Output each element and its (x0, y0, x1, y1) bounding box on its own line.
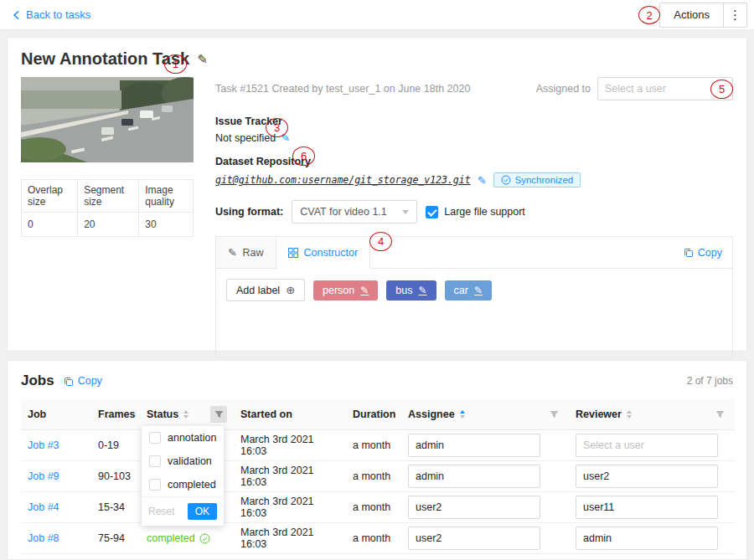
back-to-tasks-link[interactable]: Back to tasks (12, 8, 90, 21)
issue-tracker-label: Issue Tracker (215, 116, 733, 127)
reviewer-cell-input[interactable] (576, 496, 718, 519)
param-header-quality: Image quality (139, 180, 194, 213)
duration-cell: a month (346, 461, 401, 492)
filter-option-validation[interactable]: validation (142, 450, 224, 473)
edit-repository-icon[interactable]: ✎ (478, 174, 487, 187)
started-cell: March 3rd 2021 16:03 (234, 430, 346, 461)
completed-status-icon (199, 533, 210, 544)
status-cell: completed (140, 523, 234, 554)
col-header-assignee[interactable]: Assignee (401, 399, 569, 430)
col-header-reviewer[interactable]: Reviewer (569, 399, 735, 430)
sort-icon[interactable] (183, 410, 188, 419)
table-row: Job #3 0-19 March 3rd 2021 16:03 a month (21, 430, 735, 461)
filter-option-annotation[interactable]: annotation (142, 426, 224, 450)
check-circle-icon (501, 175, 511, 185)
label-chip-bus[interactable]: bus ✎ (386, 280, 436, 301)
col-header-started: Started on (234, 399, 346, 430)
label-chip-person[interactable]: person ✎ (313, 280, 378, 301)
param-value-overlap: 0 (22, 213, 78, 237)
label-chip-car[interactable]: car ✎ (445, 280, 492, 301)
table-row: Job #8 75-94 completed March 3rd 2021 16… (21, 523, 735, 554)
annotation-marker-2: 2 (638, 6, 660, 24)
filter-option-completed[interactable]: completed (142, 473, 224, 496)
copy-icon (683, 247, 694, 258)
using-format-label: Using format: (215, 206, 283, 218)
edit-label-icon[interactable]: ✎ (360, 285, 369, 296)
duration-cell: a month (346, 492, 401, 523)
repository-url[interactable]: git@github.com:username/git_storage_v123… (215, 174, 471, 186)
param-header-overlap: Overlap size (22, 180, 78, 213)
assigned-to-label: Assigned to (536, 83, 591, 95)
status-filter-dropdown: annotation validation completed Reset OK (142, 426, 224, 526)
labels-editor: ✎ Raw Constructor Copy Add label (215, 236, 733, 358)
task-preview-image (21, 77, 194, 162)
assignee-cell-input[interactable] (408, 465, 540, 488)
col-header-duration: Duration (346, 399, 401, 430)
actions-label[interactable]: Actions (660, 3, 723, 27)
annotation-marker-3: 3 (266, 118, 288, 137)
edit-label-icon[interactable]: ✎ (474, 285, 483, 296)
sort-icon[interactable] (627, 410, 632, 419)
annotation-marker-5: 5 (710, 80, 733, 99)
tab-raw[interactable]: ✎ Raw (216, 237, 276, 268)
copy-icon (63, 376, 74, 387)
assignee-cell-input[interactable] (408, 527, 540, 550)
annotation-marker-6: 6 (292, 146, 315, 166)
more-actions-icon[interactable]: ⋮ (723, 3, 746, 27)
checkbox-icon[interactable] (149, 432, 161, 444)
add-label-button[interactable]: Add label ⊕ (226, 279, 305, 301)
task-parameters-table: Overlap size Segment size Image quality … (21, 179, 194, 237)
copy-labels-link[interactable]: Copy (683, 237, 722, 268)
job-link[interactable]: Job #4 (28, 501, 59, 513)
filter-reset-button[interactable]: Reset (148, 506, 174, 517)
param-value-quality: 30 (139, 213, 194, 237)
constructor-grid-icon (288, 248, 298, 258)
jobs-title: Jobs (21, 372, 54, 389)
assignee-cell-input[interactable] (408, 496, 540, 519)
frames-cell: 90-103 (91, 461, 140, 492)
started-cell: March 3rd 2021 16:03 (234, 461, 346, 492)
duration-cell: a month (346, 523, 401, 554)
col-header-job: Job (21, 399, 91, 430)
pencil-icon: ✎ (228, 246, 236, 259)
job-link[interactable]: Job #8 (28, 532, 59, 544)
edit-label-icon[interactable]: ✎ (418, 285, 426, 296)
frames-cell: 0-19 (91, 430, 140, 461)
reviewer-cell-input[interactable] (576, 527, 718, 550)
copy-jobs-link[interactable]: Copy (63, 375, 102, 387)
assignee-cell-input[interactable] (408, 434, 540, 457)
frames-cell: 15-34 (91, 492, 140, 523)
issue-tracker-value: Not specified (215, 132, 276, 144)
task-meta: Task #1521 Created by test_user_1 on Jun… (215, 83, 470, 95)
checkbox-icon[interactable] (149, 479, 161, 491)
status-badge: completed (147, 532, 227, 544)
job-link[interactable]: Job #9 (28, 470, 59, 482)
annotation-marker-1: 1 (164, 54, 187, 74)
reviewer-cell-input[interactable] (576, 465, 718, 488)
filter-ok-button[interactable]: OK (188, 503, 217, 520)
started-cell: March 3rd 2021 16:03 (234, 492, 346, 523)
actions-button[interactable]: Actions ⋮ (659, 3, 747, 28)
reviewer-filter-icon[interactable] (711, 406, 728, 423)
tab-constructor[interactable]: Constructor (276, 237, 371, 269)
reviewer-cell-input[interactable] (576, 434, 718, 457)
large-file-checkbox[interactable]: Large file support (426, 206, 525, 218)
jobs-card: Jobs Copy 2 of 7 jobs Job Frames Status (7, 360, 747, 560)
format-select[interactable]: CVAT for video 1.1 (292, 200, 417, 223)
task-card: New Annotation Task ✎ (7, 37, 747, 352)
edit-title-icon[interactable]: ✎ (197, 52, 208, 67)
started-cell: March 3rd 2021 16:03 (234, 523, 346, 554)
sort-icon[interactable] (460, 410, 465, 419)
assignee-filter-icon[interactable] (545, 406, 562, 423)
checkbox-icon[interactable] (149, 455, 161, 467)
jobs-count: 2 of 7 jobs (687, 375, 733, 387)
chevron-left-icon (12, 10, 21, 20)
checkbox-checked-icon[interactable] (426, 206, 438, 218)
job-link[interactable]: Job #3 (28, 439, 59, 451)
frames-cell: 75-94 (91, 523, 140, 554)
back-label: Back to tasks (26, 8, 90, 21)
status-filter-icon[interactable] (210, 406, 227, 423)
sync-status-badge: Synchronized (493, 172, 581, 188)
large-file-label: Large file support (444, 206, 525, 218)
col-header-frames: Frames (91, 399, 140, 430)
